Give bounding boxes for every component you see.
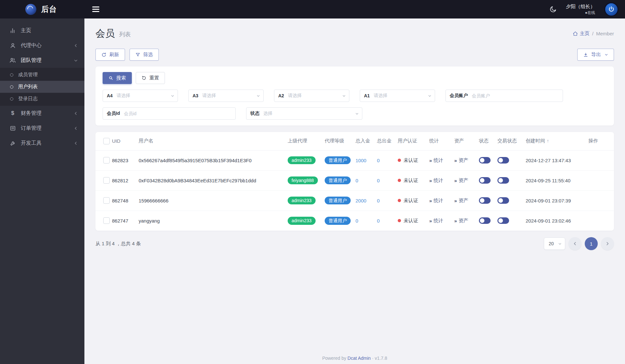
assets-link[interactable]: »资产	[454, 177, 468, 184]
toggle-knob	[480, 218, 484, 223]
cell-uid: 862747	[112, 211, 139, 231]
assets-link[interactable]: »资产	[454, 198, 468, 204]
sidebar-item-label: 用户列表	[18, 84, 38, 90]
reset-button[interactable]: 重置	[136, 72, 165, 84]
search-icon	[108, 76, 113, 80]
filter-select-status[interactable]: 状态 选择	[246, 107, 362, 120]
sidebar-toggle-icon[interactable]	[92, 6, 101, 12]
agent-badge: feiyang888	[288, 176, 318, 185]
next-page-button[interactable]	[601, 237, 614, 250]
trade-status-toggle[interactable]	[497, 157, 509, 164]
deposit-link[interactable]: 0	[356, 178, 358, 183]
undo-icon	[142, 76, 146, 80]
sidebar-item-user-list[interactable]: 用户列表	[0, 81, 84, 93]
table-row: 862747 yangyang admin233 普通用户 0 0 未认证 »统…	[95, 211, 614, 231]
user-avatar[interactable]	[604, 2, 619, 17]
filter-select-a3[interactable]: A3 请选择	[188, 90, 264, 102]
dcat-admin-link[interactable]: Dcat Admin	[347, 356, 371, 361]
sidebar-item-team[interactable]: 团队管理	[0, 53, 84, 68]
stats-link[interactable]: »统计	[429, 177, 443, 184]
filter-button[interactable]: 筛选	[130, 49, 159, 61]
trade-status-toggle[interactable]	[497, 197, 509, 204]
member-id-input[interactable]	[124, 111, 235, 116]
row-checkbox[interactable]	[103, 177, 110, 184]
filter-select-a4[interactable]: A4 请选择	[103, 90, 178, 102]
toolbar: 刷新 筛选 导出	[95, 49, 614, 61]
sidebar-item-finance[interactable]: $ 财务管理	[0, 106, 84, 121]
dark-mode-moon-icon[interactable]	[549, 6, 557, 13]
deposit-link[interactable]: 0	[356, 218, 358, 224]
breadcrumb-home-link[interactable]: 主页	[573, 30, 590, 37]
withdraw-link[interactable]: 0	[377, 218, 380, 224]
double-arrow-icon: »	[429, 158, 432, 163]
sidebar-item-label: 团队管理	[21, 57, 69, 64]
withdraw-link[interactable]: 0	[377, 198, 380, 203]
deposit-link[interactable]: 1000	[356, 158, 366, 163]
breadcrumb-separator: /	[592, 31, 594, 36]
col-deposit: 总入金	[356, 132, 377, 150]
refresh-button[interactable]: 刷新	[95, 49, 125, 61]
sidebar-item-member-management[interactable]: 成员管理	[0, 69, 84, 81]
status-toggle[interactable]	[479, 177, 491, 184]
toggle-knob	[498, 178, 503, 183]
sidebar-item-label: 订单管理	[21, 125, 69, 132]
user-meta[interactable]: 夕阳（组长） ●在线	[566, 4, 595, 15]
status-toggle[interactable]	[479, 197, 491, 204]
col-status: 状态	[479, 132, 497, 150]
account-input[interactable]	[472, 93, 563, 98]
double-arrow-icon: »	[454, 158, 457, 163]
page-footer: Powered by Dcat Admin · v1.7.8	[84, 356, 625, 361]
circle-icon	[10, 85, 13, 89]
wrench-icon	[9, 140, 16, 146]
sidebar-item-devtools[interactable]: 开发工具	[0, 136, 84, 151]
prev-page-button[interactable]	[569, 237, 581, 250]
col-assets: 资产	[454, 132, 479, 150]
search-button[interactable]: 搜索	[103, 72, 132, 84]
row-checkbox[interactable]	[103, 217, 110, 224]
footer-separator: ·	[372, 356, 374, 361]
select-all-checkbox[interactable]	[103, 138, 110, 144]
page-button-1[interactable]: 1	[585, 237, 598, 250]
status-toggle[interactable]	[479, 217, 491, 224]
trade-status-toggle[interactable]	[497, 217, 509, 224]
stats-link[interactable]: »统计	[429, 157, 443, 164]
stats-link[interactable]: »统计	[429, 218, 443, 224]
toggle-knob	[498, 158, 503, 163]
col-created[interactable]: 创建时间↑	[526, 132, 588, 150]
sidebar-item-login-logs[interactable]: 登录日志	[0, 93, 84, 105]
row-checkbox[interactable]	[103, 197, 110, 204]
stats-link[interactable]: »统计	[429, 198, 443, 204]
cell-created: 2024-09-01 23:02:46	[526, 211, 588, 231]
deposit-link[interactable]: 2000	[356, 198, 366, 203]
chevron-down-icon	[558, 242, 562, 246]
filter-select-a1[interactable]: A1 请选择	[360, 90, 435, 102]
assets-link[interactable]: »资产	[454, 157, 468, 164]
chevron-left-icon	[74, 43, 78, 48]
chevron-down-icon	[171, 94, 174, 98]
sidebar: 主页 代理中心 团队管理 成员管理 用户列表 登录日志	[0, 18, 84, 364]
export-button[interactable]: 导出	[577, 49, 614, 61]
sidebar-item-orders[interactable]: 订单管理	[0, 121, 84, 136]
assets-link[interactable]: »资产	[454, 218, 468, 224]
main-content: 会员 列表 主页 / Member 刷新 筛选 导出	[84, 0, 625, 250]
pagination-summary: 从 1 到 4 ，总共 4 条	[95, 241, 141, 247]
members-table: UID 用户名 上级代理 代理等级 总入金 总出金 用户认证 统计 资产 状态 …	[95, 132, 614, 231]
refresh-icon	[101, 52, 106, 57]
col-username: 用户名	[139, 132, 288, 150]
sidebar-item-agent-center[interactable]: 代理中心	[0, 38, 84, 53]
trade-status-toggle[interactable]	[497, 177, 509, 184]
chevron-down-icon	[256, 94, 260, 98]
toggle-knob	[480, 178, 484, 183]
status-toggle[interactable]	[479, 157, 491, 164]
breadcrumb-current: Member	[596, 31, 614, 36]
double-arrow-icon: »	[454, 218, 457, 224]
chevron-down-icon	[74, 58, 78, 63]
withdraw-link[interactable]: 0	[377, 178, 380, 183]
per-page-select[interactable]: 20	[544, 237, 565, 250]
filter-select-a2[interactable]: A2 请选择	[274, 90, 349, 102]
sidebar-item-home[interactable]: 主页	[0, 23, 84, 38]
unverified-dot-icon	[398, 179, 401, 182]
withdraw-link[interactable]: 0	[377, 158, 380, 163]
col-actions: 操作	[588, 132, 614, 150]
row-checkbox[interactable]	[103, 157, 110, 164]
